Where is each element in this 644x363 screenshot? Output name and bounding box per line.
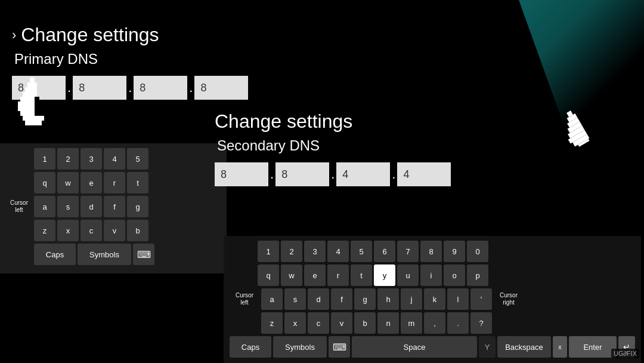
secondary-key-0[interactable]: 0	[467, 241, 488, 262]
secondary-dns-input-1[interactable]	[215, 162, 268, 186]
cursor-right-label-secondary: Cursorright	[494, 288, 524, 310]
primary-key-b[interactable]: b	[127, 220, 148, 241]
cursor-hand-primary	[18, 78, 66, 134]
cursor-left-label-primary: Cursorleft	[6, 196, 32, 217]
secondary-key-u[interactable]: u	[397, 264, 419, 286]
secondary-key-quote[interactable]: '	[470, 288, 492, 310]
primary-key-d[interactable]: d	[80, 196, 102, 217]
dns-dot-3: .	[187, 80, 194, 96]
primary-key-s[interactable]: s	[57, 196, 79, 217]
secondary-backspace-key[interactable]: Backspace	[497, 336, 551, 358]
secondary-key-r[interactable]: r	[327, 264, 349, 286]
primary-key-v[interactable]: v	[104, 220, 125, 241]
secondary-key-c[interactable]: c	[308, 312, 329, 334]
primary-key-q[interactable]: q	[34, 172, 55, 193]
cursor-left-label-secondary: Cursorleft	[230, 288, 259, 310]
secondary-key-z[interactable]: z	[261, 312, 283, 334]
secondary-key-t[interactable]: t	[351, 264, 372, 286]
primary-key-g[interactable]: g	[127, 196, 148, 217]
secondary-keyboard-icon[interactable]: ⌨	[329, 336, 350, 358]
primary-kb-qwerty-row: q w e r t	[6, 172, 221, 193]
primary-keyboard-icon[interactable]: ⌨	[133, 244, 154, 265]
secondary-key-2[interactable]: 2	[281, 241, 302, 262]
secondary-key-o[interactable]: o	[444, 264, 465, 286]
primary-kb-asdf-row: Cursorleft a s d f g	[6, 196, 221, 217]
primary-key-t[interactable]: t	[127, 172, 148, 193]
secondary-key-h[interactable]: h	[377, 288, 399, 310]
secondary-key-8[interactable]: 8	[420, 241, 442, 262]
primary-dns-input-2[interactable]	[73, 76, 126, 100]
secondary-y-indicator: Y	[479, 336, 496, 358]
primary-symbols-key[interactable]: Symbols	[78, 244, 131, 265]
primary-panel-subtitle: Primary DNS	[14, 51, 429, 67]
secondary-key-5[interactable]: 5	[351, 241, 372, 262]
secondary-key-v[interactable]: v	[331, 312, 352, 334]
secondary-dns-input-3[interactable]	[336, 162, 390, 186]
ug-logo: UG∂FIX	[611, 349, 639, 358]
primary-key-1[interactable]: 1	[34, 148, 55, 170]
secondary-key-comma[interactable]: ,	[424, 312, 445, 334]
secondary-key-6[interactable]: 6	[374, 241, 395, 262]
secondary-symbols-key[interactable]: Symbols	[273, 336, 327, 358]
secondary-key-y[interactable]: y	[374, 264, 395, 286]
secondary-key-period[interactable]: .	[447, 312, 469, 334]
primary-dns-input-4[interactable]	[194, 76, 248, 100]
secondary-key-b[interactable]: b	[354, 312, 376, 334]
primary-caps-key[interactable]: Caps	[34, 244, 76, 265]
primary-kb-numbers-row: 1 2 3 4 5	[6, 148, 221, 170]
secondary-space-key[interactable]: Space	[352, 336, 477, 358]
secondary-key-p[interactable]: p	[467, 264, 488, 286]
primary-key-5[interactable]: 5	[127, 148, 148, 170]
secondary-key-k[interactable]: k	[424, 288, 445, 310]
primary-key-w[interactable]: w	[57, 172, 79, 193]
secondary-key-3[interactable]: 3	[304, 241, 326, 262]
secondary-dns-input-2[interactable]	[275, 162, 329, 186]
primary-key-a[interactable]: a	[34, 196, 55, 217]
primary-key-x[interactable]: x	[57, 220, 79, 241]
primary-key-2[interactable]: 2	[57, 148, 79, 170]
secondary-key-g[interactable]: g	[354, 288, 376, 310]
keyboard-primary: 1 2 3 4 5 q w e r t Cursorleft a s d f g…	[0, 143, 227, 273]
primary-key-4[interactable]: 4	[104, 148, 125, 170]
keyboard-secondary: 1 2 3 4 5 6 7 8 9 0 q w e r t y u i o p …	[224, 236, 641, 363]
secondary-key-w[interactable]: w	[281, 264, 302, 286]
secondary-key-4[interactable]: 4	[327, 241, 349, 262]
primary-dns-input-3[interactable]	[134, 76, 187, 100]
secondary-key-x[interactable]: x	[284, 312, 306, 334]
secondary-key-7[interactable]: 7	[397, 241, 419, 262]
secondary-enter-key[interactable]: Enter	[569, 336, 617, 358]
secondary-key-a[interactable]: a	[261, 288, 283, 310]
primary-kb-zxcv-row: z x c v b	[6, 220, 221, 241]
secondary-key-j[interactable]: j	[401, 288, 422, 310]
secondary-key-e[interactable]: e	[304, 264, 326, 286]
primary-panel-title: Change settings	[21, 24, 159, 46]
svg-rect-4	[20, 97, 37, 101]
primary-key-e[interactable]: e	[80, 172, 102, 193]
dns-dot-s3: .	[390, 167, 397, 182]
secondary-key-i[interactable]: i	[420, 264, 442, 286]
secondary-key-l[interactable]: l	[447, 288, 469, 310]
secondary-backspace-x: x	[553, 336, 567, 358]
secondary-key-9[interactable]: 9	[444, 241, 465, 262]
primary-key-3[interactable]: 3	[80, 148, 102, 170]
svg-rect-5	[18, 101, 37, 106]
secondary-key-d[interactable]: d	[308, 288, 329, 310]
secondary-kb-qwerty-row: q w e r t y u i o p	[230, 264, 635, 286]
chevron-icon: ›	[12, 27, 16, 43]
secondary-key-question[interactable]: ?	[470, 312, 492, 334]
secondary-key-q[interactable]: q	[258, 264, 279, 286]
secondary-key-m[interactable]: m	[401, 312, 422, 334]
secondary-kb-bottom-row: Caps Symbols ⌨ Space Y Backspace x Enter…	[230, 336, 635, 358]
primary-key-z[interactable]: z	[34, 220, 55, 241]
secondary-key-1[interactable]: 1	[258, 241, 279, 262]
secondary-dns-input-4[interactable]	[397, 162, 451, 186]
secondary-caps-key[interactable]: Caps	[230, 336, 271, 358]
secondary-key-s[interactable]: s	[284, 288, 306, 310]
secondary-key-f[interactable]: f	[331, 288, 352, 310]
primary-key-f[interactable]: f	[104, 196, 125, 217]
svg-rect-2	[25, 87, 37, 92]
secondary-key-n[interactable]: n	[377, 312, 399, 334]
primary-key-r[interactable]: r	[104, 172, 125, 193]
primary-key-c[interactable]: c	[80, 220, 102, 241]
svg-rect-0	[30, 78, 35, 82]
